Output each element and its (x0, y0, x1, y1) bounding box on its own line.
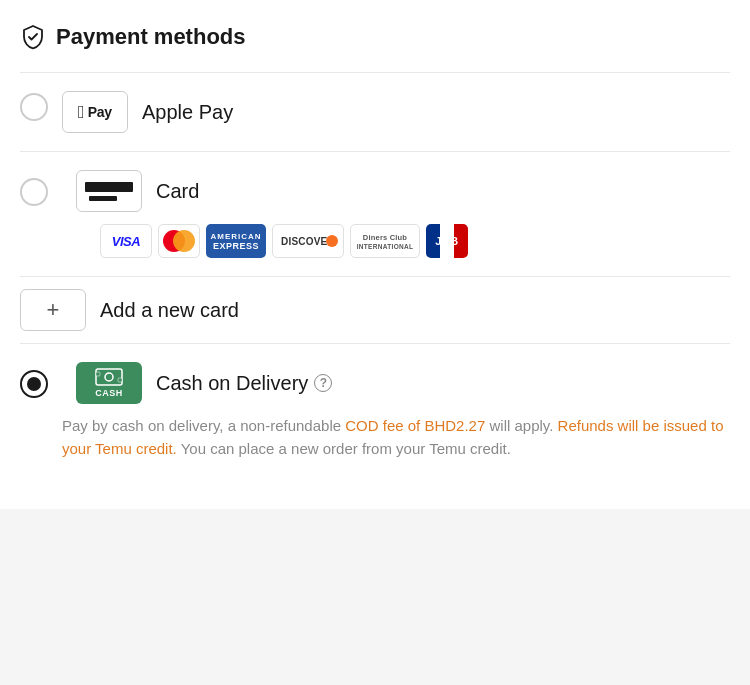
card-stripe-small (89, 196, 117, 201)
cod-desc-highlight1: COD fee of BHD2.27 (345, 417, 485, 434)
card-badge (76, 170, 142, 212)
radio-cod[interactable] (20, 370, 48, 398)
visa-logo: VISA (100, 224, 152, 258)
applepay-content:  Pay Apple Pay (62, 91, 730, 133)
cash-badge: CASH (76, 362, 142, 404)
amex-text-bottom: EXPRESS (213, 241, 259, 251)
mastercard-logo (158, 224, 200, 258)
applepay-badge-text: Pay (88, 104, 112, 120)
card-label: Card (156, 180, 199, 203)
discover-logo: DISCOVER (272, 224, 344, 258)
radio-applepay[interactable] (20, 93, 48, 121)
card-top-row: Card (20, 170, 730, 212)
svg-rect-3 (118, 378, 122, 382)
payment-methods-container: Payment methods  Pay Apple Pay Card (0, 0, 750, 509)
svg-point-1 (105, 373, 113, 381)
plus-icon: + (47, 297, 60, 323)
cod-desc-plain3: You can place a new order from your Temu… (177, 440, 511, 457)
payment-option-card[interactable]: Card VISA AMERICAN EXPRESS DISCOVER (20, 151, 730, 276)
cod-desc-plain1: Pay by cash on delivery, a non-refundabl… (62, 417, 345, 434)
payment-option-cod[interactable]: CASH Cash on Delivery ? Pay by cash on d… (20, 343, 730, 479)
cash-text-label: CASH (95, 388, 123, 398)
svg-rect-2 (96, 372, 100, 376)
page-title: Payment methods (56, 24, 246, 50)
add-card-label: Add a new card (100, 299, 239, 322)
payment-option-applepay[interactable]:  Pay Apple Pay (20, 72, 730, 151)
cod-description: Pay by cash on delivery, a non-refundabl… (62, 414, 730, 461)
apple-logo-icon:  (78, 102, 85, 123)
cash-icon (95, 368, 123, 386)
shield-icon (20, 24, 46, 50)
svg-rect-0 (96, 369, 122, 385)
diners-text-top: Diners Club (363, 233, 407, 242)
jcb-logo: JCB (426, 224, 468, 258)
card-option-wrapper: Card VISA AMERICAN EXPRESS DISCOVER (20, 170, 730, 258)
applepay-badge:  Pay (62, 91, 128, 133)
card-stripe-dark (85, 182, 133, 192)
amex-text-top: AMERICAN (210, 232, 261, 241)
mc-circle-right (173, 230, 195, 252)
applepay-label: Apple Pay (142, 101, 233, 124)
card-logos-row: VISA AMERICAN EXPRESS DISCOVER (100, 224, 730, 258)
add-new-card-row[interactable]: + Add a new card (20, 276, 730, 343)
cod-info-icon[interactable]: ? (314, 374, 332, 392)
discover-dot (326, 235, 338, 247)
radio-card[interactable] (20, 178, 48, 206)
add-card-button[interactable]: + (20, 289, 86, 331)
cod-desc-plain2: will apply. (485, 417, 557, 434)
cod-label: Cash on Delivery (156, 372, 308, 395)
radio-cod-inner (27, 377, 41, 391)
cod-top-row: CASH Cash on Delivery ? (20, 362, 332, 404)
diners-logo: Diners Club INTERNATIONAL (350, 224, 420, 258)
amex-logo: AMERICAN EXPRESS (206, 224, 266, 258)
diners-text-bottom: INTERNATIONAL (357, 243, 414, 250)
info-symbol: ? (320, 376, 327, 390)
cod-name-row: Cash on Delivery ? (156, 372, 332, 395)
section-header: Payment methods (20, 24, 730, 50)
